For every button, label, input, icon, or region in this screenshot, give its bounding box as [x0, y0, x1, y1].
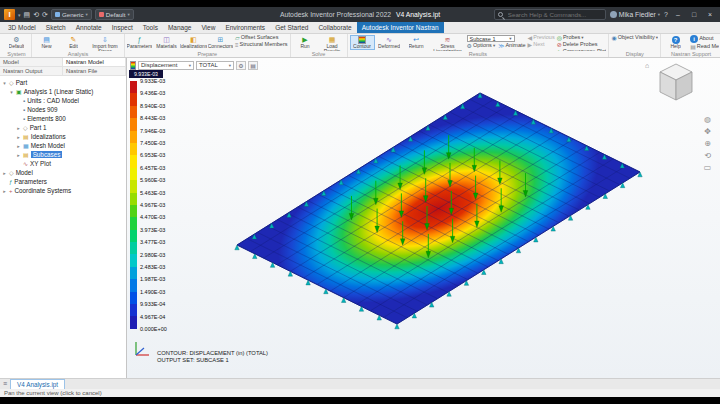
doc-list-icon[interactable]: ≡	[3, 379, 7, 389]
tree-item-part-1[interactable]: ▸◇Part 1	[0, 123, 126, 132]
tab-collaborate[interactable]: Collaborate	[313, 22, 356, 33]
deformed-button[interactable]: ∿Deformed	[377, 35, 402, 50]
run-button[interactable]: ▶Run	[293, 35, 318, 50]
tree-item-subcases[interactable]: ▸▤Subcases	[0, 150, 126, 159]
viewcube[interactable]: ⌂	[654, 62, 704, 106]
result-info-icon[interactable]: ▤	[248, 61, 258, 70]
contour-caption: CONTOUR: DISPLACEMENT (in) (TOTAL) OUTPU…	[157, 350, 268, 364]
inventor-logo-icon[interactable]: I	[4, 9, 15, 20]
tab-inspect[interactable]: Inspect	[107, 22, 138, 33]
stress-linearization-button[interactable]: ≋Stress Linearization	[431, 35, 465, 51]
tree-item-coordinate-systems[interactable]: ▸+Coordinate Systems	[0, 186, 126, 195]
navigation-wheel-icon[interactable]: ◍	[702, 114, 713, 124]
viewcube-cube[interactable]	[654, 62, 698, 102]
load-results-button[interactable]: ▦Load Results	[320, 35, 345, 51]
tab-annotate[interactable]: Annotate	[71, 22, 107, 33]
connectors-button[interactable]: ⊞Connectors	[208, 35, 233, 50]
help-menu-icon[interactable]: ?	[664, 9, 668, 20]
previous-button[interactable]: ◀Previous	[528, 35, 555, 41]
tree-item-nodes-909[interactable]: ▪Nodes 909	[0, 105, 126, 114]
about-button[interactable]: iAbout	[690, 35, 713, 43]
legend-color-icon[interactable]	[130, 61, 136, 70]
options-button[interactable]: ⚙Options▾	[467, 43, 496, 49]
viewport[interactable]: Displacement▾ TOTAL▾ ⚙ ▤ 9.933E-039.933E…	[127, 58, 720, 378]
expand-icon[interactable]: ▸	[16, 143, 21, 149]
edit-button[interactable]: ✎Edit	[61, 35, 86, 50]
tab-sketch[interactable]: Sketch	[41, 22, 71, 33]
tree-item-units-cad-model[interactable]: ▪Units : CAD Model	[0, 96, 126, 105]
next-button[interactable]: ▶Next	[528, 42, 545, 48]
browser-tab-nastran-file[interactable]: Nastran File	[63, 67, 126, 75]
tree-item-analysis-1-linear-static[interactable]: ▾▣Analysis 1 (Linear Static)	[0, 87, 126, 96]
model-scene[interactable]	[127, 58, 720, 378]
tab-3d-model[interactable]: 3D Model	[3, 22, 41, 33]
browser-tab-nastran-model[interactable]: Nastran Model	[63, 58, 126, 66]
new-analysis-icon: ▤	[43, 36, 50, 44]
expand-icon[interactable]: ▸	[16, 152, 21, 158]
close-button[interactable]: ×	[704, 11, 716, 18]
result-component-select[interactable]: TOTAL▾	[196, 61, 234, 70]
offset-surfaces-button[interactable]: ▱Offset Surfaces	[235, 35, 278, 41]
browser-tab-model[interactable]: Model	[0, 58, 63, 66]
idealizations-button[interactable]: ◧Idealizations	[181, 35, 206, 50]
maximize-button[interactable]: □	[688, 11, 700, 18]
tab-tools[interactable]: Tools	[138, 22, 163, 33]
import-from-stress-analysis-button[interactable]: ⇩Import from Stress Analysis	[88, 35, 122, 51]
expand-icon[interactable]: ▸	[16, 134, 21, 140]
materials-button[interactable]: ◫Materials	[154, 35, 179, 50]
result-type-select[interactable]: Displacement▾	[138, 61, 194, 70]
rectangle-zoom-icon[interactable]: ▭	[702, 162, 713, 172]
tree-item-mesh-model[interactable]: ▸▦Mesh Model	[0, 141, 126, 150]
account-menu[interactable]: Mika Fiedler ▾	[610, 11, 660, 18]
document-tab[interactable]: V4 Analysis.ipt	[10, 379, 65, 389]
contour-button[interactable]: Contour	[350, 35, 375, 50]
tab-manage[interactable]: Manage	[163, 22, 197, 33]
generic-mode-dropdown[interactable]: Generic▾	[51, 9, 92, 20]
redo-icon[interactable]: ⟳	[42, 9, 48, 20]
tab-environments[interactable]: Environments	[220, 22, 270, 33]
tree-item-part[interactable]: ▾◇Part	[0, 78, 126, 87]
browser-tab-nastran-output[interactable]: Nastran Output	[0, 67, 63, 75]
legend-band	[130, 118, 137, 130]
animate-button[interactable]: ≫Animate	[498, 43, 525, 49]
collapse-icon[interactable]: ▾	[9, 89, 14, 95]
zoom-icon[interactable]: ⊕	[702, 138, 713, 148]
help-search-field[interactable]	[494, 9, 606, 20]
undo-icon[interactable]: ⟲	[33, 9, 39, 20]
subcase-1-dropdown[interactable]: Subcase 1▾	[467, 35, 515, 42]
home-icon[interactable]: ⌂	[645, 62, 649, 69]
read-me-button[interactable]: ▤Read Me	[690, 44, 719, 50]
help-button[interactable]: ?Help	[663, 35, 688, 50]
minimize-button[interactable]: –	[672, 11, 684, 18]
return-button[interactable]: ↩Return	[404, 35, 429, 50]
object-visibility-button[interactable]: ◉Object Visibility▾	[611, 35, 658, 41]
collapse-icon[interactable]: ▾	[2, 80, 7, 86]
expand-icon[interactable]: ▸	[16, 125, 21, 131]
orbit-icon[interactable]: ⟲	[702, 150, 713, 160]
result-settings-icon[interactable]: ⚙	[236, 61, 246, 70]
expand-icon[interactable]: ▸	[2, 170, 7, 176]
default-button[interactable]: ⚙Default	[4, 35, 29, 50]
tree-item-elements-800[interactable]: ▪Elements 800	[0, 114, 126, 123]
tree-item-xy-plot[interactable]: ∿XY Plot	[0, 159, 126, 168]
save-icon[interactable]: ▤	[24, 9, 31, 20]
app-menu-caret-icon[interactable]: ▾	[18, 12, 21, 18]
tree-item-parameters[interactable]: ƒParameters	[0, 177, 126, 186]
parameters-button[interactable]: ƒParameters	[127, 35, 152, 50]
tab-get-started[interactable]: Get Started	[270, 22, 313, 33]
structural-members-button[interactable]: ≡Structural Members	[235, 42, 288, 48]
expand-icon[interactable]: ▸	[2, 188, 7, 194]
material-dropdown[interactable]: Default▾	[95, 9, 134, 20]
tab-autodesk-inventor-nastran[interactable]: Autodesk Inventor Nastran	[357, 22, 444, 33]
panel-label: Solve	[293, 51, 345, 57]
new-button[interactable]: ▤New	[34, 35, 59, 50]
tab-view[interactable]: View	[196, 22, 220, 33]
search-input[interactable]	[506, 10, 602, 19]
probes-button[interactable]: ◎Probes▾	[557, 35, 584, 41]
pan-icon[interactable]: ✥	[702, 126, 713, 136]
delete-probes-button[interactable]: ⊘Delete Probes	[557, 42, 598, 48]
titlebar: I ▾ ▤ ⟲ ⟳ Generic▾ Default▾ Autodesk Inv…	[0, 7, 720, 22]
tree-item-model[interactable]: ▸◇Model	[0, 168, 126, 177]
tree-item-idealizations[interactable]: ▸▤Idealizations	[0, 132, 126, 141]
button-label: Options	[473, 43, 492, 49]
